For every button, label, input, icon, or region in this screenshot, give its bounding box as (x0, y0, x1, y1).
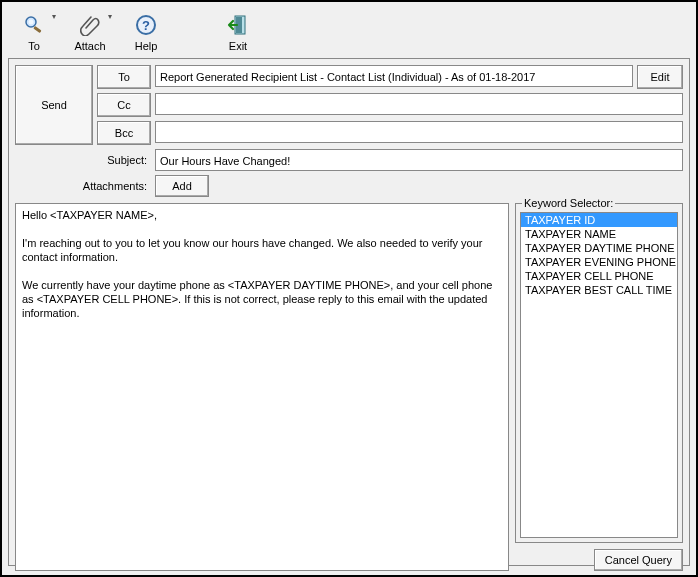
main-panel: Send To Cc Bcc Report Generated Recipien… (8, 58, 690, 566)
bcc-button-label: Bcc (115, 127, 133, 139)
paperclip-icon (80, 12, 100, 38)
keyword-item[interactable]: TAXPAYER DAYTIME PHONE (521, 241, 677, 255)
send-button-label: Send (41, 99, 67, 111)
add-button-label: Add (172, 180, 192, 192)
keyword-item[interactable]: TAXPAYER NAME (521, 227, 677, 241)
svg-point-2 (29, 20, 34, 25)
toolbar-exit-label: Exit (229, 40, 247, 52)
keyword-selector-label: Keyword Selector: (522, 197, 615, 209)
cancel-query-label: Cancel Query (605, 554, 672, 566)
exit-door-icon (227, 12, 249, 38)
subject-label: Subject: (15, 154, 151, 166)
to-button-label: To (118, 71, 130, 83)
subject-row: Subject: Our Hours Have Changed! (15, 149, 683, 171)
edit-button-label: Edit (651, 71, 670, 83)
edit-button[interactable]: Edit (637, 65, 683, 89)
keyword-panel: Keyword Selector: TAXPAYER IDTAXPAYER NA… (515, 203, 683, 571)
spyglass-icon (22, 12, 46, 38)
dropdown-arrow-icon: ▾ (52, 12, 56, 21)
send-button[interactable]: Send (15, 65, 93, 145)
toolbar-to-label: To (28, 40, 40, 52)
svg-rect-1 (33, 26, 41, 33)
toolbar-to-button[interactable]: ▾ To (10, 8, 58, 52)
body-area: Hello <TAXPAYER NAME>, I'm reaching out … (15, 203, 683, 571)
subject-field[interactable]: Our Hours Have Changed! (155, 149, 683, 171)
bcc-button[interactable]: Bcc (97, 121, 151, 145)
message-body[interactable]: Hello <TAXPAYER NAME>, I'm reaching out … (15, 203, 509, 571)
attachments-label: Attachments: (15, 180, 151, 192)
toolbar-help-button[interactable]: ? Help (122, 8, 170, 52)
keyword-item[interactable]: TAXPAYER EVENING PHONE (521, 255, 677, 269)
cancel-query-button[interactable]: Cancel Query (594, 549, 683, 571)
keyword-item[interactable]: TAXPAYER BEST CALL TIME (521, 283, 677, 297)
toolbar-help-label: Help (135, 40, 158, 52)
toolbar-exit-button[interactable]: Exit (214, 8, 262, 52)
keyword-selector-group: Keyword Selector: TAXPAYER IDTAXPAYER NA… (515, 203, 683, 543)
keyword-list[interactable]: TAXPAYER IDTAXPAYER NAMETAXPAYER DAYTIME… (520, 212, 678, 538)
cc-field[interactable] (155, 93, 683, 115)
bcc-field[interactable] (155, 121, 683, 143)
add-attachment-button[interactable]: Add (155, 175, 209, 197)
help-icon: ? (135, 12, 157, 38)
svg-text:?: ? (142, 18, 150, 33)
toolbar-attach-label: Attach (74, 40, 105, 52)
toolbar: ▾ To ▾ Attach ? (6, 6, 692, 58)
dropdown-arrow-icon: ▾ (108, 12, 112, 21)
attachments-row: Attachments: Add (15, 175, 683, 197)
keyword-item[interactable]: TAXPAYER ID (521, 213, 677, 227)
to-button[interactable]: To (97, 65, 151, 89)
recipient-grid: Send To Cc Bcc Report Generated Recipien… (15, 65, 683, 145)
cc-button-label: Cc (117, 99, 130, 111)
cc-button[interactable]: Cc (97, 93, 151, 117)
keyword-item[interactable]: TAXPAYER CELL PHONE (521, 269, 677, 283)
to-field[interactable]: Report Generated Recipient List - Contac… (155, 65, 633, 87)
email-compose-window: ▾ To ▾ Attach ? (0, 0, 698, 577)
toolbar-attach-button[interactable]: ▾ Attach (66, 8, 114, 52)
